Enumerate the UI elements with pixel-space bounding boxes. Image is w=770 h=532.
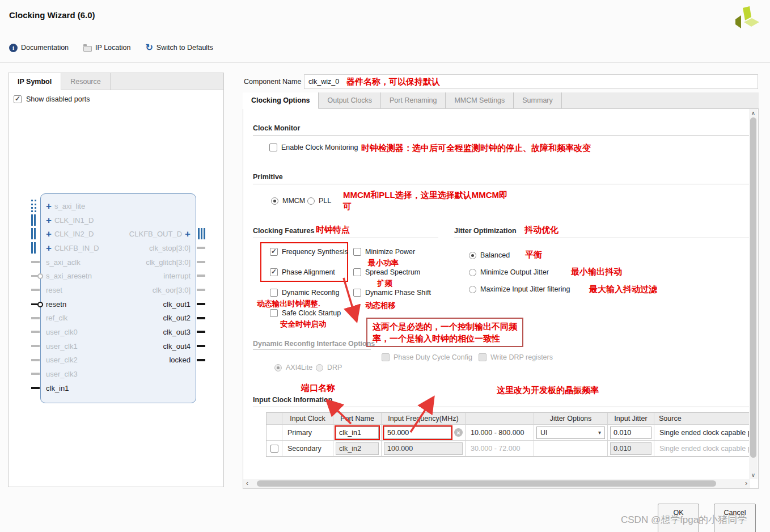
tab[interactable]: Output Clocks	[319, 92, 381, 108]
port-name-input[interactable]: clk_in1	[336, 427, 379, 439]
dynamic-reconfig-row: Dynamic Reconfig	[270, 289, 339, 297]
secondary-clock-checkbox[interactable]	[270, 445, 278, 453]
write-drp-registers-checkbox[interactable]	[479, 353, 486, 361]
ip-port: + CLK_IN1_D	[40, 213, 137, 227]
mmcm-label: MMCM	[282, 197, 305, 205]
divider	[253, 135, 750, 136]
ip-port: CLKFB_OUT_D +	[115, 227, 196, 241]
source-cell: Single ended clock capable p	[654, 441, 755, 457]
header-divider	[0, 62, 770, 63]
input-jitter-input[interactable]: 0.010	[610, 427, 651, 439]
col-header: Input Frequency(MHz)	[382, 413, 466, 425]
pin-icon	[197, 317, 205, 319]
tab[interactable]: Summary	[514, 92, 561, 108]
pin-icon	[31, 303, 39, 305]
documentation-button[interactable]: i Documentation	[9, 44, 69, 52]
tab[interactable]: IP Symbol	[9, 73, 61, 90]
phase-alignment-label: Phase Alignment	[282, 268, 335, 276]
pll-label: PLL	[319, 197, 331, 205]
frequency-synthesis-checkbox[interactable]	[270, 248, 278, 256]
col-header	[466, 413, 534, 425]
spread-spectrum-row: Spread Spectrum	[353, 268, 420, 276]
toolbar: i Documentation IP Location ↻ Switch to …	[9, 43, 213, 52]
ip-location-button[interactable]: IP Location	[83, 44, 130, 52]
show-disabled-ports-checkbox[interactable]	[14, 95, 22, 103]
pin-icon	[197, 261, 205, 263]
left-panel-tabs: IP Symbol Resource	[9, 73, 223, 90]
balanced-annotation: 平衡	[525, 250, 542, 260]
clock-monitor-title: Clock Monitor	[253, 124, 300, 132]
spread-spectrum-checkbox[interactable]	[353, 268, 361, 276]
port-label: s_axi_aclk	[46, 258, 81, 267]
phase-alignment-checkbox[interactable]	[270, 268, 278, 276]
minimize-output-jitter-radio[interactable]	[469, 269, 476, 276]
pll-radio[interactable]	[307, 197, 315, 205]
required-options-callout: 这两个是必选的，一个控制输出不同频 率，一个是输入时钟的相位一致性	[366, 318, 523, 347]
tab-label: Resource	[70, 78, 101, 86]
component-name-input[interactable]: clk_wiz_0 器件名称，可以保持默认	[304, 74, 758, 89]
col-header: Input Clock	[282, 413, 333, 425]
divider	[253, 238, 438, 238]
clocking-options-content: Clock Monitor Enable Clock Monitoring 时钟…	[243, 109, 759, 489]
ip-port: clk_out1 +	[115, 297, 196, 311]
scroll-left-icon[interactable]: ‹	[246, 479, 248, 488]
scroll-down-icon[interactable]: ∨	[749, 472, 758, 478]
vertical-scrollbar[interactable]: ∧ ∨	[749, 109, 758, 479]
minimize-output-jitter-label: Minimize Output Jitter	[480, 268, 549, 276]
maximize-input-jitter-label: Maximize Input Jitter filtering	[480, 285, 570, 293]
ip-port: + clk_in1	[40, 381, 137, 395]
ip-location-label: IP Location	[95, 44, 130, 52]
port-label: locked	[169, 356, 191, 364]
dynamic-reconfig-checkbox[interactable]	[270, 289, 278, 297]
dynamic-reconfig-annotation: 动态输出时钟调整.	[257, 299, 320, 309]
tab[interactable]: Port Renaming	[381, 92, 446, 108]
pll-radio-row: PLL	[307, 197, 331, 205]
divider	[454, 238, 750, 238]
phase-duty-cycle-row: Phase Duty Cycle Config	[382, 353, 472, 361]
horizontal-scrollbar[interactable]: ‹ ›	[243, 479, 750, 488]
ip-port: + s_axi_lite	[40, 199, 137, 213]
horizontal-scrollbar-thumb[interactable]	[257, 480, 716, 487]
scroll-up-icon[interactable]: ∧	[749, 110, 758, 116]
switch-to-defaults-button[interactable]: ↻ Switch to Defaults	[145, 43, 213, 52]
axi4lite-radio[interactable]	[274, 364, 282, 371]
enable-clock-monitoring-row: Enable Clock Monitoring	[269, 143, 358, 151]
pin-icon	[197, 359, 205, 361]
expand-plus-icon[interactable]: +	[46, 229, 52, 239]
jitter-optimization-title: Jitter Optimization	[454, 227, 517, 235]
expand-plus-icon[interactable]: +	[46, 243, 52, 253]
minimize-power-checkbox[interactable]	[353, 248, 361, 256]
enable-clock-monitoring-checkbox[interactable]	[269, 143, 277, 151]
input-frequency-cell: 100.000	[382, 441, 466, 457]
pin-icon	[197, 247, 205, 249]
safe-clock-startup-checkbox[interactable]	[270, 309, 278, 317]
expand-plus-icon[interactable]: +	[46, 201, 52, 211]
input-frequency-input[interactable]: 50.000	[384, 427, 451, 439]
tab[interactable]: Resource	[61, 73, 111, 90]
expand-plus-icon[interactable]: +	[46, 216, 52, 225]
jitter-options-dropdown[interactable]: UI ▾	[536, 427, 605, 439]
port-label: clk_oor[3:0]	[153, 286, 191, 294]
frequency-synthesis-row: Frequency Synthesis	[270, 248, 348, 256]
balanced-radio[interactable]	[469, 252, 476, 259]
tab-label: Clocking Options	[251, 96, 310, 104]
ip-port: locked +	[115, 353, 196, 368]
tab[interactable]: MMCM Settings	[446, 92, 514, 108]
tab[interactable]: Clocking Options	[243, 92, 319, 109]
dynamic-phase-shift-checkbox[interactable]	[353, 289, 361, 297]
expand-plus-icon[interactable]: +	[185, 229, 191, 239]
scroll-right-icon[interactable]: ›	[745, 479, 747, 488]
drp-radio[interactable]	[316, 364, 323, 371]
pin-icon	[31, 275, 39, 277]
mmcm-radio[interactable]	[271, 197, 278, 205]
phase-duty-cycle-checkbox[interactable]	[382, 353, 390, 361]
phase-duty-cycle-label: Phase Duty Cycle Config	[394, 353, 472, 361]
clear-icon[interactable]: ×	[454, 428, 463, 437]
tab-label: Output Clocks	[327, 96, 372, 104]
maximize-input-jitter-radio[interactable]	[469, 286, 476, 293]
divider	[253, 349, 371, 350]
vertical-scrollbar-thumb[interactable]	[750, 117, 756, 458]
port-name-cell: clk_in2	[333, 441, 382, 457]
port-label: user_clk3	[46, 370, 78, 378]
spread-spectrum-label: Spread Spectrum	[365, 268, 420, 276]
